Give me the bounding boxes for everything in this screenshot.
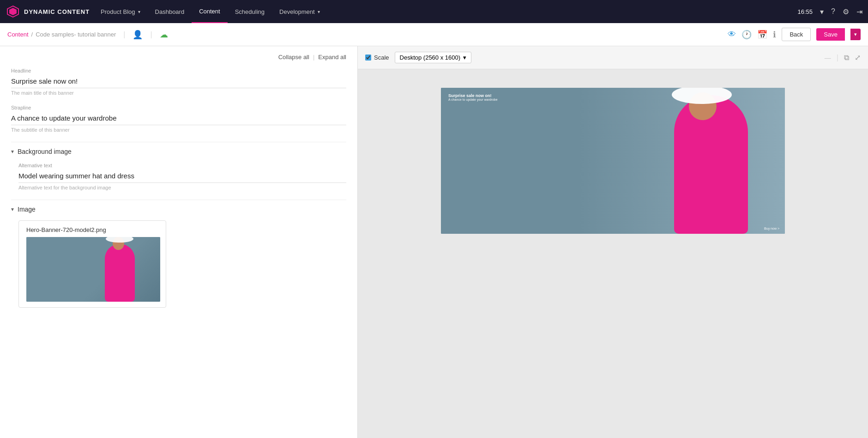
time-display: 16:55 — [798, 8, 813, 15]
logo-text: DYNAMIC CONTENT — [24, 8, 90, 15]
background-image-group-header[interactable]: ▾ Background image — [11, 148, 346, 155]
image-filename: Hero-Banner-720-model2.png — [26, 226, 160, 233]
image-group-header[interactable]: ▾ Image — [11, 206, 346, 213]
chevron-down-icon: ▾ — [11, 206, 14, 213]
banner-headline: Surprise sale now on! — [448, 93, 498, 98]
headline-field[interactable]: Surprise sale now on! — [11, 75, 346, 88]
preview-toolbar: Scale Desktop (2560 x 1600) ▾ — | ⧉ ⤢ — [358, 46, 868, 69]
nav-scheduling[interactable]: Scheduling — [228, 0, 272, 23]
top-navigation: DYNAMIC CONTENT Product Blog ▾ Dashboard… — [0, 0, 868, 23]
headline-hint: The main title of this banner — [11, 90, 346, 96]
strapline-section: Strapline A chance to update your wardro… — [11, 105, 346, 133]
zoom-out-icon[interactable]: — — [825, 54, 831, 61]
logo-icon — [6, 4, 20, 19]
chevron-down-icon: ▾ — [138, 9, 140, 14]
nav-development[interactable]: Development ▾ — [272, 0, 327, 23]
calendar-icon[interactable]: 📅 — [757, 30, 767, 40]
nav-right-area: 16:55 ▾ ? ⚙ ⇥ — [798, 7, 862, 16]
image-label: Image — [18, 206, 36, 213]
sub-navigation: Content / Code samples- tutorial banner … — [0, 23, 868, 46]
copy-icon[interactable]: ⧉ — [844, 54, 849, 62]
preview-icon[interactable]: 👁 — [728, 30, 736, 39]
save-dropdown-button[interactable]: ▾ — [850, 29, 861, 40]
collapse-all-button[interactable]: Collapse all — [278, 54, 309, 61]
headline-label: Headline — [11, 68, 346, 73]
banner-model-figure — [609, 88, 785, 234]
nav-content[interactable]: Content — [192, 0, 228, 23]
alt-text-label: Alternative text — [18, 163, 346, 168]
logo-area[interactable]: DYNAMIC CONTENT — [6, 4, 90, 19]
sub-nav-actions: 👁 🕐 📅 ℹ Back Save ▾ — [728, 28, 861, 41]
nav-chevron-down-icon[interactable]: ▾ — [820, 7, 824, 16]
breadcrumb: Content / Code samples- tutorial banner — [7, 31, 116, 38]
alt-text-hint: Alternative text for the background imag… — [18, 185, 346, 190]
alt-text-field[interactable]: Model wearing summer hat and dress — [18, 170, 346, 183]
help-icon[interactable]: ? — [831, 7, 835, 16]
info-icon[interactable]: ℹ — [773, 30, 776, 40]
user-icon[interactable]: 👤 — [133, 30, 143, 40]
image-thumbnail — [26, 237, 160, 302]
chevron-down-icon: ▾ — [11, 148, 14, 155]
expand-all-button[interactable]: Expand all — [318, 54, 346, 61]
collapse-bar: Collapse all | Expand all — [11, 54, 346, 61]
history-icon[interactable]: 🕐 — [741, 30, 752, 40]
breadcrumb-separator: / — [31, 31, 33, 38]
divider: | — [837, 54, 838, 62]
settings-icon[interactable]: ⚙ — [843, 7, 849, 16]
breadcrumb-content-link[interactable]: Content — [7, 31, 29, 38]
back-button[interactable]: Back — [782, 28, 811, 41]
resolution-dropdown[interactable]: Desktop (2560 x 1600) ▾ — [395, 52, 472, 63]
strapline-field[interactable]: A chance to update your wardrobe — [11, 112, 346, 125]
chevron-down-icon: ▾ — [463, 54, 466, 61]
scale-checkbox[interactable] — [365, 55, 371, 61]
alt-text-section: Alternative text Model wearing summer ha… — [11, 163, 346, 190]
banner-buy-now-text: Buy now > — [764, 227, 779, 230]
preview-right-icons: — | ⧉ ⤢ — [825, 53, 861, 62]
background-image-label: Background image — [18, 148, 72, 155]
nav-product-blog[interactable]: Product Blog ▾ — [93, 0, 147, 23]
right-panel: Scale Desktop (2560 x 1600) ▾ — | ⧉ ⤢ Su… — [358, 46, 868, 438]
logout-icon[interactable]: ⇥ — [856, 7, 862, 16]
scale-label: Scale — [374, 54, 389, 61]
save-button[interactable]: Save — [816, 28, 845, 41]
scale-control: Scale — [365, 54, 389, 61]
nav-dashboard[interactable]: Dashboard — [148, 0, 192, 23]
strapline-label: Strapline — [11, 105, 346, 110]
svg-marker-1 — [9, 8, 17, 15]
image-thumbnail-box[interactable]: Hero-Banner-720-model2.png — [18, 220, 166, 308]
main-layout: Collapse all | Expand all Headline Surpr… — [0, 46, 868, 438]
headline-section: Headline Surprise sale now on! The main … — [11, 68, 346, 96]
cloud-icon[interactable]: ☁ — [160, 30, 168, 40]
strapline-hint: The subtitle of this banner — [11, 127, 346, 133]
preview-area: Surprise sale now on! A chance to update… — [358, 69, 868, 438]
separator: | — [313, 54, 314, 61]
chevron-down-icon: ▾ — [318, 9, 320, 14]
breadcrumb-page: Code samples- tutorial banner — [36, 31, 116, 38]
resolution-label: Desktop (2560 x 1600) — [400, 54, 461, 61]
divider: | — [123, 30, 125, 39]
banner-strapline: A chance to update your wardrobe — [448, 98, 498, 101]
divider: | — [150, 30, 152, 39]
left-panel: Collapse all | Expand all Headline Surpr… — [0, 46, 358, 438]
banner-text-overlay: Surprise sale now on! A chance to update… — [448, 93, 498, 101]
external-link-icon[interactable]: ⤢ — [855, 53, 861, 62]
banner-preview: Surprise sale now on! A chance to update… — [441, 88, 785, 234]
